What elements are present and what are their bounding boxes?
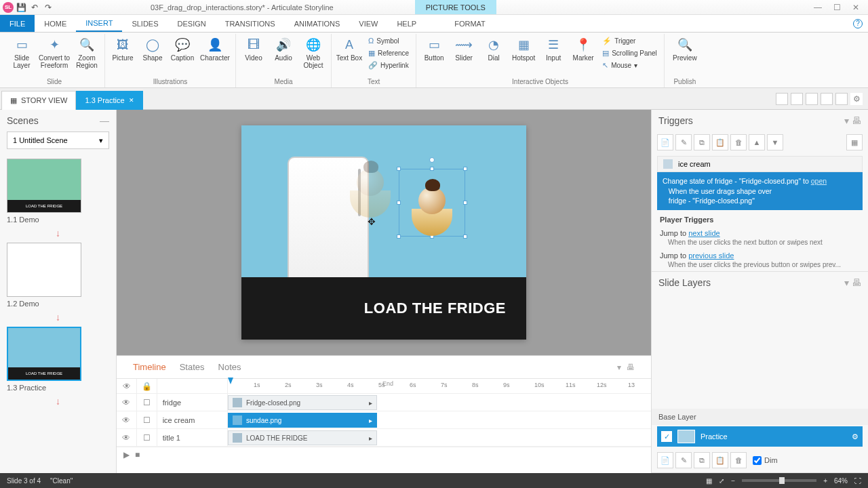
collapse-icon[interactable]: ▾ — [617, 363, 621, 372]
trigger-selected[interactable]: Change state of fridge - "Fridge-closed.… — [657, 172, 863, 210]
trigger-next[interactable]: Jump to next slide When the user clicks … — [652, 226, 868, 249]
hyperlink-button[interactable]: 🔗Hyperlink — [366, 60, 412, 70]
lock-icon[interactable]: ☐ — [137, 394, 157, 411]
tab-slide[interactable]: 1.3 Practice✕ — [76, 91, 142, 110]
timeline-row[interactable]: 👁☐title 1LOAD THE FRIDGE▸ — [117, 429, 651, 447]
tab-close-icon[interactable]: ✕ — [129, 97, 134, 104]
resize-handle[interactable] — [397, 201, 401, 205]
delete-trigger-icon[interactable]: 🗑 — [730, 134, 747, 150]
new-layer-icon[interactable]: 📄 — [657, 452, 673, 468]
text-box-button[interactable]: AText Box — [336, 34, 363, 62]
print-icon[interactable]: 🖶 — [627, 363, 635, 372]
help-icon[interactable]: ? — [853, 19, 863, 28]
marker-button[interactable]: 📍Marker — [570, 34, 597, 62]
playhead[interactable] — [228, 378, 233, 384]
edit-layer-icon[interactable]: ✎ — [675, 452, 692, 468]
sundae-selection[interactable] — [399, 169, 465, 237]
menu-insert[interactable]: INSERT — [76, 15, 122, 32]
button-button[interactable]: ▭Button — [420, 34, 448, 62]
audio-button[interactable]: 🔊Audio — [270, 34, 297, 62]
scene-dropdown[interactable]: 1 Untitled Scene▾ — [7, 131, 109, 149]
menu-help[interactable]: HELP — [387, 15, 426, 32]
context-tab-picture-tools[interactable]: PICTURE TOOLS — [415, 0, 496, 14]
paste-layer-icon[interactable]: 📋 — [712, 452, 728, 468]
tab-states[interactable]: States — [180, 362, 205, 372]
slide-thumb-2[interactable]: 1.2 Demo — [7, 243, 109, 308]
timeline-clip[interactable]: LOAD THE FRIDGE▸ — [228, 430, 377, 445]
symbol-button[interactable]: ΩSymbol — [366, 35, 412, 46]
close-icon[interactable]: ✕ — [846, 1, 865, 14]
zoom-slider[interactable] — [742, 479, 816, 482]
shape-button[interactable]: ◯Shape — [139, 34, 166, 62]
trigger-button[interactable]: ⚡Trigger — [599, 35, 660, 46]
hotspot-button[interactable]: ▦Hotspot — [510, 34, 537, 62]
view-icon-2[interactable] — [791, 93, 803, 105]
menu-view[interactable]: VIEW — [349, 15, 387, 32]
dial-button[interactable]: ◔Dial — [480, 34, 507, 62]
move-up-icon[interactable]: ▲ — [749, 134, 765, 150]
settings-gear-icon[interactable]: ⚙ — [850, 93, 863, 105]
play-icon[interactable]: ▶ — [123, 450, 130, 460]
menu-home[interactable]: HOME — [35, 15, 76, 32]
menu-format[interactable]: FORMAT — [445, 15, 495, 32]
lock-icon[interactable]: ☐ — [137, 411, 157, 428]
slide-layer-button[interactable]: ▭Slide Layer — [8, 34, 35, 69]
timeline-clip[interactable]: Fridge-closed.png▸ — [228, 395, 377, 410]
slider-button[interactable]: ⟿Slider — [450, 34, 477, 62]
fit-window-icon[interactable]: ⛶ — [854, 477, 861, 485]
video-button[interactable]: 🎞Video — [240, 34, 267, 62]
lock-column-icon[interactable]: 🔒 — [137, 379, 157, 393]
eye-icon[interactable]: 👁 — [117, 411, 137, 428]
eye-column-icon[interactable]: 👁 — [117, 379, 137, 393]
lock-icon[interactable]: ☐ — [137, 429, 157, 446]
paste-trigger-icon[interactable]: 📋 — [712, 134, 728, 150]
timeline-row[interactable]: 👁☐ice creamsundae.png▸ — [117, 411, 651, 429]
input-button[interactable]: ☰Input — [540, 34, 567, 62]
eye-icon[interactable]: 👁 — [117, 429, 137, 446]
new-trigger-icon[interactable]: 📄 — [657, 134, 673, 150]
menu-animations[interactable]: ANIMATIONS — [285, 15, 350, 32]
dup-layer-icon[interactable]: ⧉ — [694, 452, 710, 468]
menu-file[interactable]: FILE — [0, 15, 35, 32]
resize-handle[interactable] — [463, 235, 467, 239]
resize-handle[interactable] — [463, 167, 467, 171]
redo-icon[interactable]: ↷ — [42, 1, 54, 14]
slide-thumb-1[interactable]: LOAD THE FRIDGE 1.1 Demo — [7, 159, 109, 224]
tab-notes[interactable]: Notes — [218, 362, 241, 372]
menu-slides[interactable]: SLIDES — [122, 15, 167, 32]
tab-story-view[interactable]: ▦STORY VIEW — [1, 91, 76, 110]
eye-icon[interactable]: 👁 — [117, 394, 137, 411]
zoom-value[interactable]: 64% — [834, 477, 848, 485]
resize-handle[interactable] — [463, 201, 467, 205]
timeline-clip[interactable]: sundae.png▸ — [228, 413, 377, 428]
resize-handle[interactable] — [430, 167, 434, 171]
trigger-state-link[interactable]: open — [811, 177, 827, 185]
reference-button[interactable]: ▦Reference — [366, 47, 412, 58]
minimize-icon[interactable]: — — [808, 1, 827, 14]
caption-button[interactable]: 💬Caption — [169, 34, 196, 62]
fit-icon[interactable]: ⤢ — [719, 477, 724, 485]
slide-canvas[interactable]: ✥ LOAD THE FRIDGE — [117, 110, 651, 355]
copy-trigger-icon[interactable]: ⧉ — [694, 134, 710, 150]
tab-timeline[interactable]: Timeline — [133, 362, 166, 372]
layer-gear-icon[interactable]: ⚙ — [852, 432, 859, 441]
preview-button[interactable]: 🔍Preview — [669, 34, 701, 62]
undo-icon[interactable]: ↶ — [28, 1, 41, 14]
scrolling-panel-button[interactable]: ▤Scrolling Panel — [599, 47, 660, 58]
view-icon-5[interactable] — [835, 93, 848, 105]
mouse-button[interactable]: ↖Mouse ▾ — [599, 60, 660, 70]
web-object-button[interactable]: 🌐Web Object — [300, 34, 327, 69]
layer-row-base[interactable]: ✓ Practice ⚙ — [657, 426, 863, 447]
menu-transitions[interactable]: TRANSITIONS — [216, 15, 285, 32]
timeline-row[interactable]: 👁☐fridgeFridge-closed.png▸ — [117, 394, 651, 411]
trigger-object-row[interactable]: ice cream — [657, 156, 863, 172]
layer-visible-checkbox[interactable]: ✓ — [661, 431, 672, 442]
variables-icon[interactable]: ▦ — [846, 134, 863, 150]
sundae-object[interactable] — [399, 169, 465, 236]
zoom-out-icon[interactable]: − — [731, 477, 735, 485]
stop-icon[interactable]: ■ — [135, 450, 140, 460]
view-icon-3[interactable] — [806, 93, 818, 105]
character-button[interactable]: 👤Character — [199, 34, 231, 62]
edit-trigger-icon[interactable]: ✎ — [675, 134, 692, 150]
convert-freeform-button[interactable]: ✦Convert to Freeform — [38, 34, 71, 69]
